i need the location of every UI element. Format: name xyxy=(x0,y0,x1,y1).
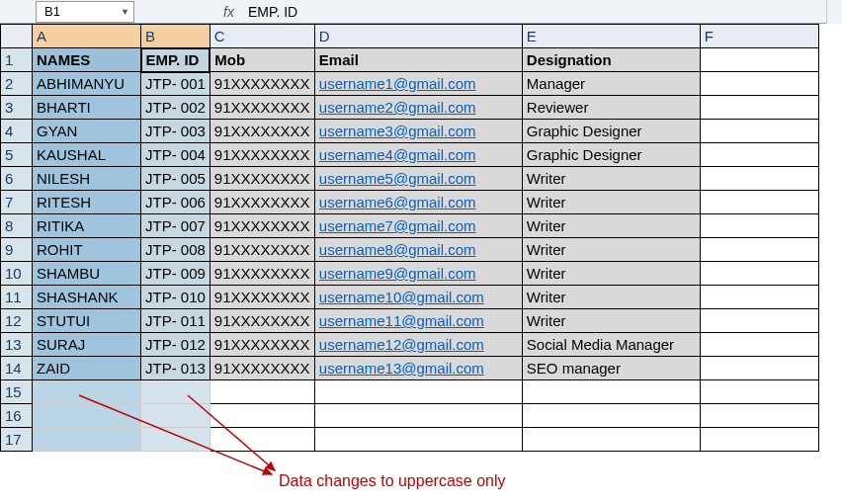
cell-E13[interactable]: Social Media Manager xyxy=(522,333,700,357)
chevron-down-icon[interactable]: ▼ xyxy=(121,7,129,17)
cell-A13[interactable]: SURAJ xyxy=(33,333,141,357)
cell-C11[interactable]: 91XXXXXXXX xyxy=(210,286,314,309)
cell-A8[interactable]: RITIKA xyxy=(33,214,141,238)
cell-D4[interactable]: username3@gmail.com xyxy=(314,120,522,143)
cell-D2[interactable]: username1@gmail.com xyxy=(314,72,522,96)
cell-B14[interactable]: JTP- 013 xyxy=(141,357,210,380)
cell-E7[interactable]: Writer xyxy=(522,191,700,214)
cell-B4[interactable]: JTP- 003 xyxy=(141,120,210,143)
cell-E12[interactable]: Writer xyxy=(522,309,700,333)
cell-A15[interactable] xyxy=(33,380,141,404)
email-link[interactable]: username10@gmail.com xyxy=(319,289,484,305)
cell-B7[interactable]: JTP- 006 xyxy=(141,191,210,214)
cell-C17[interactable] xyxy=(210,428,314,452)
cell-C15[interactable] xyxy=(210,380,314,404)
cell-B15[interactable] xyxy=(141,380,210,404)
cell-D11[interactable]: username10@gmail.com xyxy=(314,286,522,309)
cell-E6[interactable]: Writer xyxy=(522,167,700,191)
col-header-B[interactable]: B xyxy=(141,25,210,48)
row-header-10[interactable]: 10 xyxy=(1,262,33,286)
cell-B3[interactable]: JTP- 002 xyxy=(141,96,210,120)
col-header-F[interactable]: F xyxy=(700,25,818,48)
cell-F9[interactable] xyxy=(700,238,818,262)
cell-B17[interactable] xyxy=(141,428,210,452)
cell-B10[interactable]: JTP- 009 xyxy=(141,262,210,286)
cell-E10[interactable]: Writer xyxy=(522,262,700,286)
cell-A9[interactable]: ROHIT xyxy=(33,238,141,262)
cell-A7[interactable]: RITESH xyxy=(33,191,141,214)
cell-F5[interactable] xyxy=(700,143,818,167)
cell-A5[interactable]: KAUSHAL xyxy=(33,143,141,167)
cell-F3[interactable] xyxy=(700,96,818,120)
cell-E4[interactable]: Graphic Designer xyxy=(522,120,700,143)
row-header-12[interactable]: 12 xyxy=(1,309,33,333)
row-header-7[interactable]: 7 xyxy=(1,191,33,214)
cell-B8[interactable]: JTP- 007 xyxy=(141,214,210,238)
cell-C1[interactable]: Mob xyxy=(210,48,314,72)
cell-E14[interactable]: SEO manager xyxy=(522,357,700,380)
email-link[interactable]: username1@gmail.com xyxy=(319,75,476,92)
email-link[interactable]: username8@gmail.com xyxy=(319,241,476,258)
cell-C3[interactable]: 91XXXXXXXX xyxy=(210,96,314,120)
row-header-5[interactable]: 5 xyxy=(1,143,33,167)
cell-E1[interactable]: Designation xyxy=(522,48,700,72)
cell-A4[interactable]: GYAN xyxy=(33,120,141,143)
cell-B12[interactable]: JTP- 011 xyxy=(141,309,210,333)
cell-F6[interactable] xyxy=(700,167,818,191)
email-link[interactable]: username3@gmail.com xyxy=(319,123,476,139)
cell-E3[interactable]: Reviewer xyxy=(522,96,700,120)
cell-C4[interactable]: 91XXXXXXXX xyxy=(210,120,314,143)
cell-B6[interactable]: JTP- 005 xyxy=(141,167,210,191)
email-link[interactable]: username2@gmail.com xyxy=(319,99,476,116)
cell-A10[interactable]: SHAMBU xyxy=(33,262,141,286)
cell-A2[interactable]: ABHIMANYU xyxy=(33,72,141,96)
cell-F17[interactable] xyxy=(700,428,818,452)
row-header-11[interactable]: 11 xyxy=(1,286,33,309)
cell-A6[interactable]: NILESH xyxy=(33,167,141,191)
cell-F1[interactable] xyxy=(700,48,818,72)
row-header-4[interactable]: 4 xyxy=(1,120,33,143)
cell-F4[interactable] xyxy=(700,120,818,143)
cell-D9[interactable]: username8@gmail.com xyxy=(314,238,522,262)
cell-D15[interactable] xyxy=(314,380,522,404)
cell-E16[interactable] xyxy=(522,404,700,428)
cell-C2[interactable]: 91XXXXXXXX xyxy=(210,72,314,96)
fx-icon[interactable]: fx xyxy=(223,4,234,20)
cell-F7[interactable] xyxy=(700,191,818,214)
row-header-6[interactable]: 6 xyxy=(1,167,33,191)
cell-F11[interactable] xyxy=(700,286,818,309)
cell-D8[interactable]: username7@gmail.com xyxy=(314,214,522,238)
row-header-14[interactable]: 14 xyxy=(1,357,33,380)
email-link[interactable]: username12@gmail.com xyxy=(319,336,484,353)
cell-C6[interactable]: 91XXXXXXXX xyxy=(210,167,314,191)
cell-C13[interactable]: 91XXXXXXXX xyxy=(210,333,314,357)
row-header-3[interactable]: 3 xyxy=(1,96,33,120)
cell-D3[interactable]: username2@gmail.com xyxy=(314,96,522,120)
cell-F10[interactable] xyxy=(700,262,818,286)
cell-E9[interactable]: Writer xyxy=(522,238,700,262)
cell-D16[interactable] xyxy=(314,404,522,428)
cell-C16[interactable] xyxy=(210,404,314,428)
cell-C12[interactable]: 91XXXXXXXX xyxy=(210,309,314,333)
row-header-17[interactable]: 17 xyxy=(1,428,33,452)
cell-F12[interactable] xyxy=(700,309,818,333)
cell-C9[interactable]: 91XXXXXXXX xyxy=(210,238,314,262)
cell-B1[interactable]: EMP. ID xyxy=(141,48,210,72)
cell-A11[interactable]: SHASHANK xyxy=(33,286,141,309)
row-header-13[interactable]: 13 xyxy=(1,333,33,357)
cell-E15[interactable] xyxy=(522,380,700,404)
col-header-D[interactable]: D xyxy=(314,25,522,48)
cell-C14[interactable]: 91XXXXXXXX xyxy=(210,357,314,380)
cell-F13[interactable] xyxy=(700,333,818,357)
cell-D6[interactable]: username5@gmail.com xyxy=(314,167,522,191)
cell-F8[interactable] xyxy=(700,214,818,238)
cell-D10[interactable]: username9@gmail.com xyxy=(314,262,522,286)
select-all-corner[interactable] xyxy=(1,25,33,48)
row-header-16[interactable]: 16 xyxy=(1,404,33,428)
cell-D13[interactable]: username12@gmail.com xyxy=(314,333,522,357)
cell-D1[interactable]: Email xyxy=(314,48,522,72)
row-header-9[interactable]: 9 xyxy=(1,238,33,262)
email-link[interactable]: username11@gmail.com xyxy=(319,312,484,329)
row-header-1[interactable]: 1 xyxy=(1,48,33,72)
cell-C10[interactable]: 91XXXXXXXX xyxy=(210,262,314,286)
